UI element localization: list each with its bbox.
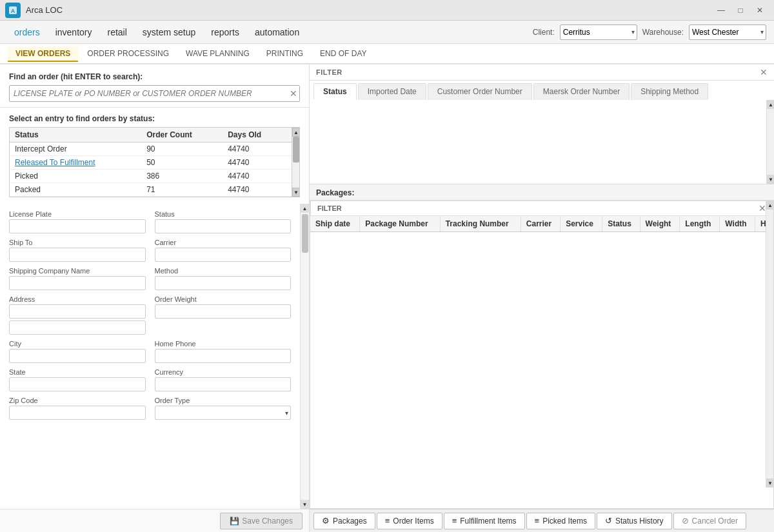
home-phone-label: Home Phone xyxy=(155,340,292,348)
ship-to-input[interactable] xyxy=(9,248,146,262)
city-input[interactable] xyxy=(9,349,146,363)
shipping-company-input[interactable] xyxy=(9,276,146,290)
order-type-select-wrap xyxy=(155,406,292,420)
order-items-tab-label: Order Items xyxy=(393,517,433,526)
client-select[interactable]: Cerritus xyxy=(560,25,637,40)
packages-filter-bar: FILTER ✕ xyxy=(310,201,773,216)
picked-items-icon: ≡ xyxy=(535,516,540,526)
save-label: Save Changes xyxy=(242,517,293,526)
window-controls: — □ ✕ xyxy=(712,3,769,17)
subnav-order-processing[interactable]: ORDER PROCESSING xyxy=(79,46,177,62)
bottom-tab-fulfillment-items[interactable]: ≡ Fulfillment Items xyxy=(444,513,525,529)
form-scroll-track xyxy=(301,213,310,500)
method-input[interactable] xyxy=(155,276,292,290)
form-col-carrier: Carrier xyxy=(155,239,292,262)
search-clear-icon[interactable]: ✕ xyxy=(290,88,297,99)
minimize-button[interactable]: — xyxy=(712,3,730,17)
subnav-end-of-day[interactable]: END OF DAY xyxy=(312,46,374,62)
pkg-col-status: Status xyxy=(602,216,640,232)
pkg-col-package-number: Package Number xyxy=(360,216,440,232)
search-input[interactable] xyxy=(9,85,300,102)
status-link[interactable]: Released To Fulfillment xyxy=(15,158,95,167)
zip-code-input[interactable] xyxy=(9,406,146,420)
menu-orders[interactable]: orders xyxy=(8,25,46,40)
status-field-label: Status xyxy=(155,210,292,218)
right-panel: FILTER ✕ Status Imported Date Customer O… xyxy=(310,64,774,532)
bottom-tab-packages[interactable]: ⚙ Packages xyxy=(313,513,375,529)
home-phone-input[interactable] xyxy=(155,349,292,363)
subnav-printing[interactable]: PRINTING xyxy=(259,46,311,62)
form-col-order-type: Order Type xyxy=(155,397,292,420)
bottom-tab-status-history[interactable]: ↺ Status History xyxy=(597,513,672,529)
scroll-up-btn[interactable]: ▲ xyxy=(292,128,300,137)
filter-scroll-down-btn[interactable]: ▼ xyxy=(767,175,774,184)
menu-right: Client: Cerritus Warehouse: West Chester xyxy=(533,25,766,40)
save-changes-button[interactable]: 💾 Save Changes xyxy=(220,513,303,529)
close-button[interactable]: ✕ xyxy=(751,3,769,17)
scroll-track xyxy=(292,137,299,188)
filter-close-icon[interactable]: ✕ xyxy=(760,67,768,77)
filter-tab-customer-order-number[interactable]: Customer Order Number xyxy=(428,83,532,100)
table-row[interactable]: Picked 386 44740 xyxy=(10,170,299,183)
address-input-2[interactable] xyxy=(9,320,146,335)
menu-system-setup[interactable]: system setup xyxy=(136,25,202,40)
order-type-label: Order Type xyxy=(155,397,292,404)
filter-header: FILTER ✕ xyxy=(310,64,774,81)
license-plate-input[interactable] xyxy=(9,219,146,233)
bottom-tab-cancel-order[interactable]: ⊘ Cancel Order xyxy=(673,513,746,529)
cancel-order-icon: ⊘ xyxy=(682,516,689,526)
filter-tab-imported-date[interactable]: Imported Date xyxy=(358,83,426,100)
fulfillment-items-tab-label: Fulfillment Items xyxy=(460,517,516,526)
table-row[interactable]: Packed 71 44740 xyxy=(10,183,299,197)
count-cell: 50 xyxy=(141,156,223,170)
table-scrollbar: ▲ ▼ xyxy=(292,128,299,197)
filter-scroll-track xyxy=(767,109,774,175)
filter-tabs: Status Imported Date Customer Order Numb… xyxy=(310,81,774,100)
sub-nav: VIEW ORDERS ORDER PROCESSING WAVE PLANNI… xyxy=(0,44,774,64)
filter-tab-status[interactable]: Status xyxy=(313,83,357,100)
status-cell: Packed xyxy=(10,183,141,197)
pkg-scroll-down-btn[interactable]: ▼ xyxy=(766,478,774,488)
form-row-6: State Currency xyxy=(9,368,291,391)
maximize-button[interactable]: □ xyxy=(731,3,749,17)
col-order-count: Order Count xyxy=(141,128,223,143)
menu-automation[interactable]: automation xyxy=(248,25,306,40)
address-input[interactable] xyxy=(9,304,146,319)
filter-tab-maersk-order-number[interactable]: Maersk Order Number xyxy=(533,83,630,100)
table-row[interactable]: Released To Fulfillment 50 44740 xyxy=(10,156,299,170)
order-weight-input[interactable] xyxy=(155,304,292,319)
city-label: City xyxy=(9,340,146,348)
order-type-select[interactable] xyxy=(155,406,292,420)
form-content: License Plate Status Ship To Carrier xyxy=(0,204,300,509)
state-input[interactable] xyxy=(9,377,146,391)
pkg-scroll-up-btn[interactable]: ▲ xyxy=(766,201,774,210)
count-cell: 90 xyxy=(141,143,223,156)
status-cell: Released To Fulfillment xyxy=(10,156,141,170)
filter-tab-shipping-method[interactable]: Shipping Method xyxy=(631,83,708,100)
days-cell: 44740 xyxy=(223,183,286,197)
picked-items-tab-label: Picked Items xyxy=(542,517,587,526)
order-items-icon: ≡ xyxy=(385,516,390,526)
menu-reports[interactable]: reports xyxy=(204,25,246,40)
subnav-wave-planning[interactable]: WAVE PLANNING xyxy=(178,46,257,62)
form-scroll-down-btn[interactable]: ▼ xyxy=(301,500,310,509)
carrier-input[interactable] xyxy=(155,248,292,262)
form-scroll-up-btn[interactable]: ▲ xyxy=(301,204,310,213)
method-label: Method xyxy=(155,267,292,275)
bottom-tab-picked-items[interactable]: ≡ Picked Items xyxy=(526,513,595,529)
filter-scroll-up-btn[interactable]: ▲ xyxy=(767,100,774,109)
menu-inventory[interactable]: inventory xyxy=(49,25,99,40)
table-row[interactable]: Intercept Order 90 44740 xyxy=(10,143,299,156)
search-section: Find an order (hit ENTER to search): ✕ xyxy=(0,64,309,108)
packages-scrollbar: ▲ ▼ xyxy=(766,201,773,488)
warehouse-select[interactable]: West Chester xyxy=(689,25,766,40)
bottom-tab-order-items[interactable]: ≡ Order Items xyxy=(377,513,442,529)
scroll-down-btn[interactable]: ▼ xyxy=(292,188,300,197)
status-section: Select an entry to find orders by status… xyxy=(0,108,309,204)
subnav-view-orders[interactable]: VIEW ORDERS xyxy=(8,46,78,62)
status-input[interactable] xyxy=(155,219,292,233)
currency-input[interactable] xyxy=(155,377,292,391)
menu-retail[interactable]: retail xyxy=(101,25,134,40)
packages-icon: ⚙ xyxy=(322,516,330,526)
form-col-method: Method xyxy=(155,267,292,290)
